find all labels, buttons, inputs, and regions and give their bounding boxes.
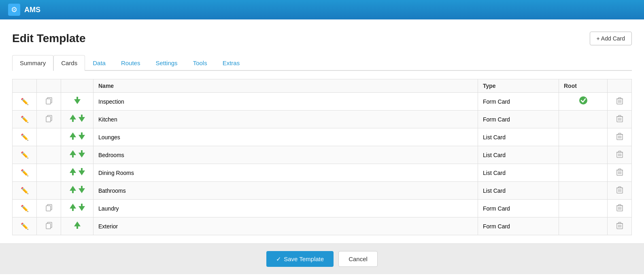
- move-down-icon[interactable]: [78, 167, 86, 178]
- svg-marker-24: [79, 135, 85, 140]
- table-row: ✏️ LaundryForm Card: [13, 200, 632, 217]
- card-root: [559, 93, 608, 111]
- svg-rect-69: [46, 224, 51, 229]
- delete-icon[interactable]: [616, 117, 623, 124]
- table-row: ✏️ LoungesList Card: [13, 128, 632, 146]
- edit-icon[interactable]: ✏️: [21, 223, 29, 230]
- app-logo: ⚙: [8, 4, 20, 16]
- move-down-icon[interactable]: [78, 132, 86, 143]
- card-root: [559, 164, 608, 182]
- move-down-icon[interactable]: [78, 149, 86, 160]
- add-card-button[interactable]: + Add Card: [590, 32, 632, 45]
- tab-summary[interactable]: Summary: [12, 55, 53, 71]
- card-type: Form Card: [478, 93, 559, 111]
- move-up-icon[interactable]: [69, 114, 77, 125]
- col-header-move: [61, 79, 94, 93]
- card-name: Dining Rooms: [94, 164, 478, 182]
- table-header-row: Name Type Root: [13, 79, 632, 93]
- card-name: Lounges: [94, 128, 478, 146]
- table-row: ✏️ ExteriorForm Card: [13, 217, 632, 235]
- card-name: Exterior: [94, 217, 478, 235]
- tab-data[interactable]: Data: [85, 55, 113, 71]
- tab-tools[interactable]: Tools: [185, 55, 215, 71]
- tab-cards[interactable]: Cards: [53, 55, 85, 71]
- svg-rect-13: [72, 119, 74, 122]
- table-row: ✏️ KitchenForm Card: [13, 111, 632, 128]
- table-row: ✏️ Dining RoomsList Card: [13, 164, 632, 182]
- move-up-icon[interactable]: [69, 203, 77, 214]
- delete-icon[interactable]: [616, 188, 623, 195]
- edit-icon[interactable]: ✏️: [21, 187, 29, 194]
- delete-icon[interactable]: [616, 170, 623, 177]
- save-template-label: Save Template: [284, 256, 324, 262]
- copy-icon[interactable]: [45, 117, 53, 124]
- svg-marker-62: [79, 206, 85, 211]
- edit-icon[interactable]: ✏️: [21, 169, 29, 176]
- edit-icon[interactable]: ✏️: [21, 151, 29, 158]
- edit-icon[interactable]: ✏️: [21, 134, 29, 141]
- card-name: Laundry: [94, 200, 478, 217]
- col-header-copy: [37, 79, 61, 93]
- card-root: [559, 182, 608, 200]
- card-name: Bedrooms: [94, 146, 478, 164]
- edit-icon[interactable]: ✏️: [21, 116, 29, 123]
- tab-settings[interactable]: Settings: [148, 55, 185, 71]
- svg-rect-2: [77, 97, 78, 99]
- card-type: Form Card: [478, 111, 559, 128]
- page-title: Edit Template: [12, 32, 86, 45]
- card-type: Form Card: [478, 217, 559, 235]
- move-up-icon[interactable]: [69, 149, 77, 160]
- table-row: ✏️ BedroomsList Card: [13, 146, 632, 164]
- col-header-name: Name: [94, 79, 478, 93]
- save-template-button[interactable]: ✓ Save Template: [266, 251, 334, 267]
- card-root: [559, 146, 608, 164]
- delete-icon[interactable]: [616, 152, 623, 159]
- svg-rect-58: [46, 206, 51, 211]
- cancel-button[interactable]: Cancel: [338, 251, 378, 267]
- svg-rect-1: [46, 99, 51, 104]
- svg-marker-70: [74, 221, 81, 226]
- move-up-icon[interactable]: [73, 221, 81, 232]
- card-type: List Card: [478, 164, 559, 182]
- svg-marker-59: [70, 204, 76, 209]
- edit-icon[interactable]: ✏️: [21, 98, 29, 105]
- col-header-type: Type: [478, 79, 559, 93]
- tab-extras[interactable]: Extras: [215, 55, 248, 71]
- card-type: Form Card: [478, 200, 559, 217]
- svg-marker-39: [70, 168, 76, 173]
- delete-icon[interactable]: [616, 224, 623, 230]
- cards-table: Name Type Root ✏️ InspectionForm Card: [12, 79, 632, 235]
- move-down-icon[interactable]: [78, 185, 86, 196]
- card-root: [559, 128, 608, 146]
- delete-icon[interactable]: [616, 99, 623, 106]
- card-root: [559, 200, 608, 217]
- card-type: List Card: [478, 182, 559, 200]
- svg-rect-61: [81, 204, 83, 206]
- card-root: [559, 217, 608, 235]
- card-type: List Card: [478, 146, 559, 164]
- svg-rect-40: [72, 173, 74, 175]
- move-up-icon[interactable]: [69, 167, 77, 178]
- svg-marker-33: [79, 153, 85, 158]
- svg-rect-60: [72, 209, 74, 211]
- copy-icon[interactable]: [45, 99, 53, 106]
- move-up-icon[interactable]: [69, 132, 77, 143]
- card-name: Bathrooms: [94, 182, 478, 200]
- card-name: Inspection: [94, 93, 478, 111]
- svg-rect-14: [81, 115, 83, 117]
- delete-icon[interactable]: [616, 206, 623, 213]
- root-check-icon: [579, 98, 588, 106]
- svg-marker-51: [79, 188, 85, 193]
- copy-icon[interactable]: [45, 224, 53, 230]
- edit-icon[interactable]: ✏️: [21, 205, 29, 212]
- move-down-icon[interactable]: [78, 203, 86, 214]
- card-root: [559, 111, 608, 128]
- move-down-icon[interactable]: [73, 96, 81, 107]
- move-down-icon[interactable]: [78, 114, 86, 125]
- card-type: List Card: [478, 128, 559, 146]
- delete-icon[interactable]: [616, 134, 623, 141]
- app-header: ⚙ AMS: [0, 0, 644, 19]
- tab-routes[interactable]: Routes: [113, 55, 148, 71]
- move-up-icon[interactable]: [69, 185, 77, 196]
- copy-icon[interactable]: [45, 206, 53, 213]
